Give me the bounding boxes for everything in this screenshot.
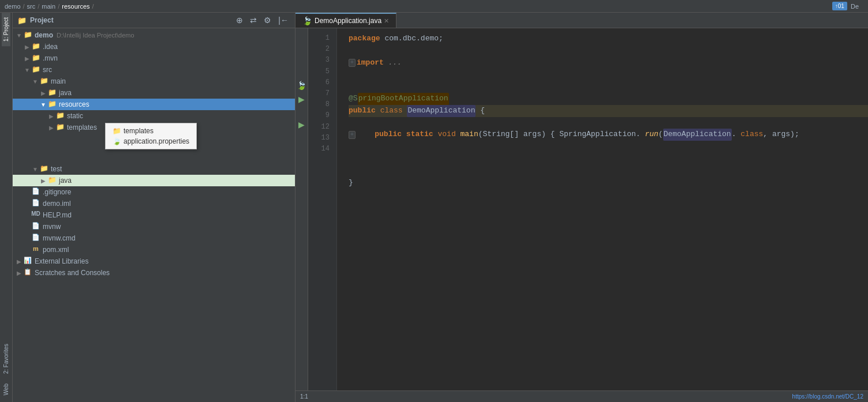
user-icon: De — [851, 3, 859, 10]
tree-label-pomxml: pom.xml — [43, 246, 69, 254]
code-line-11 — [349, 153, 868, 165]
popup-label-appprops: application.properties — [124, 137, 189, 145]
tree-item-external-libs[interactable]: ▶ 📊 External Libraries — [13, 256, 295, 267]
folder-icon-main: 📁 — [39, 77, 48, 86]
project-header: 📁 Project ⊕ ⇄ ⚙ |← — [13, 13, 295, 28]
tree-item-test-java[interactable]: ▶ 📁 java — [13, 175, 295, 186]
tree-label-src: src — [43, 66, 52, 74]
settings-icon[interactable]: ⇄ — [248, 15, 259, 25]
breadcrumb-demo[interactable]: demo — [5, 3, 21, 10]
tree-label-templates: templates — [67, 123, 97, 132]
tree-item-java[interactable]: ▶ 📁 java — [13, 87, 295, 99]
code-line-7: public class DemoApplication { — [349, 105, 868, 117]
arrow-demo: ▼ — [15, 32, 23, 39]
status-bar: 1:1 https://blog.csdn.net/DC_12 — [295, 390, 868, 402]
status-right: https://blog.csdn.net/DC_12 — [792, 393, 863, 400]
file-icon-mvnw: 📄 — [31, 222, 40, 231]
arrow-idea: ▶ — [23, 44, 31, 50]
tab-label-demoapplication: DemoApplication.java — [315, 17, 381, 25]
code-editor[interactable]: 1 2 3 5 6 7 8 9 12 13 14 — [308, 28, 868, 390]
tree-label-mvn: .mvn — [43, 54, 58, 62]
tree-item-demoiml[interactable]: ▶ 📄 demo.iml — [13, 198, 295, 209]
breadcrumb-resources[interactable]: resources — [62, 3, 89, 10]
tree-item-main[interactable]: ▼ 📁 main — [13, 76, 295, 87]
tree-item-mvnwcmd[interactable]: ▶ 📄 mvnw.cmd — [13, 232, 295, 244]
tree-item-pomxml[interactable]: ▶ m pom.xml — [13, 244, 295, 256]
tree-item-scratches[interactable]: ▶ 📋 Scratches and Consoles — [13, 267, 295, 279]
popup-label-templates: templates — [124, 127, 154, 135]
folder-icon-test-java: 📁 — [47, 176, 57, 185]
tab-close-icon[interactable]: ✕ — [384, 17, 389, 25]
code-line-6: @SpringBootApplication — [349, 93, 868, 105]
code-line-2 — [349, 45, 868, 57]
file-icon-demoiml: 📄 — [31, 199, 40, 208]
tree-label-mvnw: mvnw — [43, 223, 61, 231]
arrow-test-java: ▶ — [39, 178, 47, 184]
add-file-icon[interactable]: ⊕ — [234, 15, 245, 25]
tree-label-demoiml: demo.iml — [43, 200, 71, 208]
tree-item-demo[interactable]: ▼ 📁 demo D:\Intellij Idea Project\demo — [13, 29, 295, 41]
status-url[interactable]: https://blog.csdn.net/DC_12 — [792, 393, 863, 400]
tree-item-helpmd[interactable]: ▶ MD HELP.md — [13, 209, 295, 221]
arrow-resources: ▼ — [39, 102, 47, 108]
tree-label-test-java: java — [59, 176, 72, 185]
context-popup: 📁 templates 🍃 application.properties — [105, 123, 197, 149]
popup-props-icon: 🍃 — [113, 137, 121, 145]
arrow-external-libs: ▶ — [15, 258, 23, 265]
tree-label-resources: resources — [59, 100, 89, 108]
web-tab[interactable]: Web — [2, 379, 10, 400]
gutter-run-9[interactable]: ▶ — [297, 119, 307, 130]
tree-label-test: test — [51, 165, 62, 173]
main-area: 1: Project 2: Favorites Web 📁 Project ⊕ … — [0, 13, 868, 402]
code-line-4 — [349, 69, 868, 81]
arrow-mvn: ▶ — [23, 55, 31, 62]
breadcrumb-main[interactable]: main — [42, 3, 55, 10]
tree-item-static[interactable]: ▶ 📁 static — [13, 110, 295, 122]
tree-label-main: main — [51, 77, 66, 85]
line-numbers: 1 2 3 5 6 7 8 9 12 13 14 — [308, 28, 337, 390]
breadcrumb-src[interactable]: src — [27, 3, 36, 10]
tree-item-src[interactable]: ▼ 📁 src — [13, 64, 295, 76]
code-content[interactable]: package com.dbc.demo; + import ... — [337, 28, 868, 390]
project-panel: 📁 Project ⊕ ⇄ ⚙ |← ▼ 📁 demo D:\Intellij … — [13, 13, 295, 402]
favorites-tab[interactable]: 2: Favorites — [2, 339, 10, 378]
editor-tab-demoapplication[interactable]: 🍃 DemoApplication.java ✕ — [295, 13, 396, 28]
folder-icon-idea: 📁 — [31, 42, 40, 51]
tree-item-resources[interactable]: ▼ 📁 resources — [13, 99, 295, 110]
tree-label-static: static — [67, 112, 83, 120]
folder-icon-java: 📁 — [47, 88, 57, 97]
gutter-spring-6[interactable]: 🍃 — [297, 80, 307, 91]
popup-folder-icon: 📁 — [113, 127, 121, 135]
gutter-run-7[interactable]: ▶ — [297, 94, 307, 104]
tree-label-mvnwcmd: mvnw.cmd — [43, 234, 76, 242]
code-line-12 — [349, 165, 868, 177]
fold-btn-9[interactable]: + — [349, 131, 356, 139]
code-line-3: + import ... — [349, 57, 868, 69]
editor-gutter-icons: 🍃 ▶ ▶ — [295, 28, 308, 390]
collapse-icon[interactable]: |← — [276, 15, 290, 25]
tree-label-external-libs: External Libraries — [35, 257, 88, 265]
gear-icon[interactable]: ⚙ — [262, 15, 273, 25]
tree-item-mvn[interactable]: ▶ 📁 .mvn — [13, 52, 295, 64]
code-line-1: package com.dbc.demo; — [349, 33, 868, 45]
status-position: 1:1 — [300, 393, 308, 400]
folder-icon-demo: 📁 — [23, 31, 32, 40]
top-right-icons: ↑01 De — [832, 2, 863, 10]
fold-btn-3[interactable]: + — [349, 59, 356, 67]
project-tab[interactable]: 1: Project — [2, 13, 10, 46]
icon-scratches: 📋 — [23, 268, 32, 277]
tree-label-demo: demo — [35, 31, 53, 39]
tree-view[interactable]: ▼ 📁 demo D:\Intellij Idea Project\demo ▶… — [13, 28, 295, 402]
tree-item-test[interactable]: ▼ 📁 test — [13, 163, 295, 175]
popup-item-appprops[interactable]: 🍃 application.properties — [110, 136, 192, 146]
code-line-14 — [349, 189, 868, 201]
file-icon-pomxml: m — [31, 245, 40, 254]
breadcrumb: demo / src / main / resources / ↑01 De — [0, 0, 868, 13]
tree-label-java: java — [59, 89, 72, 97]
editor-content: 🍃 ▶ ▶ 1 2 3 5 6 7 8 9 — [295, 28, 868, 390]
popup-item-templates[interactable]: 📁 templates — [110, 126, 192, 136]
tree-item-gitignore[interactable]: ▶ 📄 .gitignore — [13, 186, 295, 198]
tree-item-idea[interactable]: ▶ 📁 .idea — [13, 41, 295, 52]
editor-tabs: 🍃 DemoApplication.java ✕ — [295, 13, 868, 28]
tree-item-mvnw[interactable]: ▶ 📄 mvnw — [13, 221, 295, 232]
